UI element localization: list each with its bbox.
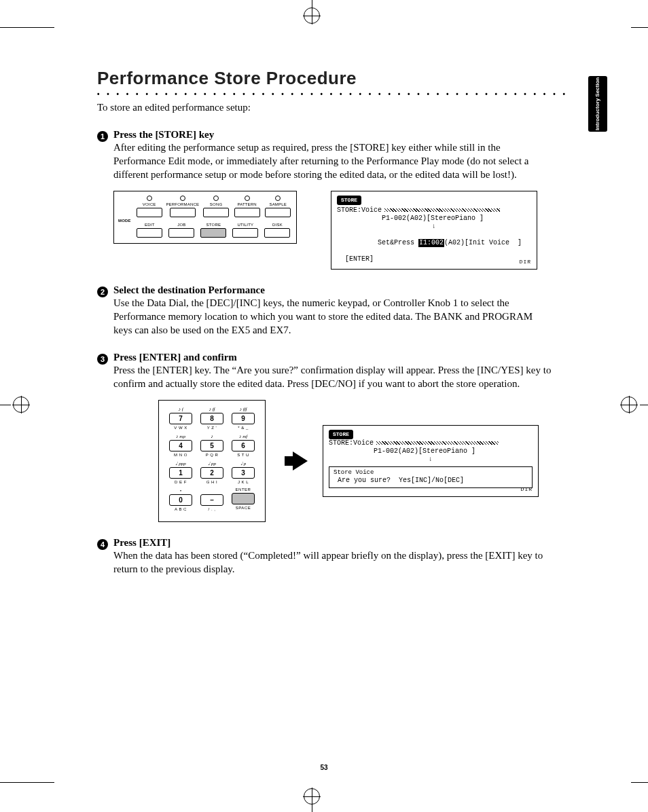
lcd-selection: I1:002 [418,239,444,247]
mode-button [170,208,196,217]
key-sublabel: SPACE [236,506,251,511]
mode-button [137,228,162,238]
step-body: When the data has been stored (“Complete… [113,549,552,576]
keypad-key: 8 [200,413,223,424]
step-number-badge: 2 [97,287,108,297]
lcd-confirm-figure: STORE STORE:Voice P1-002(A02)[StereoPian… [323,425,539,497]
led-icon [147,196,152,201]
led-icon [245,196,250,201]
key-dynamic-label: ♪ ff [209,406,215,413]
mode-button-label: SONG [210,202,222,206]
key-sublabel: J K L [238,480,249,485]
key-dynamic-label: ♪ fff [239,406,247,413]
mode-button [232,228,258,238]
section-tab: Introductory Section [588,76,607,132]
mode-panel-figure: MODE VOICE PERFORMANCE SONG PATTERN SAMP… [113,191,297,244]
led-icon [180,196,185,201]
lcd-hatch-icon [384,208,500,212]
step-title: Press [EXIT] [113,537,170,549]
key-sublabel: * & _ [238,426,249,430]
lcd-line: (A02)[Init Voice ] [444,239,522,246]
mode-button-label: STORE [206,223,221,227]
mode-button [234,208,260,217]
led-icon [275,196,281,201]
mode-button-label: PATTERN [237,202,257,206]
page-number: 53 [0,764,648,771]
keypad-key: 7 [169,413,192,424]
mode-button-label: SAMPLE [269,202,287,206]
key-sublabel: P Q R [206,453,219,458]
lcd-hatch-icon [376,441,499,445]
step-number-badge: 1 [97,131,108,142]
keypad-key: 6 [232,440,255,451]
key-dynamic-label: ♪ f [178,406,183,413]
keypad-key: 4 [169,440,192,451]
key-dynamic-label: ♪ [211,433,213,440]
key-sublabel: S T U [237,453,249,458]
key-dynamic-label: • [180,487,181,494]
keypad-key: 1 [169,467,192,479]
keypad-key: 0 [169,494,192,506]
registration-mark-icon [620,396,638,413]
key-dynamic-label: ♩ pp [208,460,216,467]
mode-button [264,228,290,238]
key-sublabel: G H I [206,480,218,485]
crop-mark [631,27,648,28]
mode-button [203,208,229,217]
key-sublabel: / . , [209,507,216,512]
lcd-store-figure: STORE STORE:Voice P1-002(A02)[StereoPian… [331,191,537,270]
lcd-line: [ENTER] [337,255,531,263]
lcd-tab: STORE [337,196,361,205]
lcd-line: STORE:Voice [329,439,374,447]
step-title: Select the destination Performance [113,284,265,296]
key-sublabel: A B C [175,507,187,512]
crop-mark [640,405,648,405]
lcd-box-title: Store Voice [334,468,528,477]
lcd-dir-label: DIR [521,485,533,494]
step-number-badge: 4 [97,539,108,550]
crop-mark [312,795,312,812]
step-body: After editing the performance setup as r… [113,141,552,181]
mode-button-label: EDIT [145,223,154,227]
crop-mark [0,405,11,405]
crop-mark [631,782,648,783]
step-title: Press [ENTER] and confirm [113,352,237,363]
mode-button-label: JOB [177,223,185,227]
mode-button-label: VOICE [143,202,156,206]
lcd-box-text: Are you sure? Yes[INC]/No[DEC] [334,477,528,485]
crop-mark [0,782,54,783]
page-title: Performance Store Procedure [97,68,566,89]
step-body: Use the Data Dial, the [DEC]/[INC] keys,… [113,296,552,337]
key-sublabel: D E F [175,480,187,485]
mode-button-label: UTILITY [238,223,254,227]
keypad-key: – [200,494,223,506]
keypad-key: 9 [232,413,255,424]
mode-button [265,208,291,217]
keypad-key: 2 [200,467,223,479]
lcd-line: P1-002(A02)[StereoPiano ] [337,215,531,223]
step-title: Press the [STORE] key [113,129,214,141]
mode-button-label: DISK [272,223,283,227]
crop-mark [312,0,312,17]
mode-label: MODE [118,219,131,223]
crop-mark [0,27,54,28]
enter-key [232,493,255,504]
key-sublabel: M N O [174,453,187,458]
step-number-badge: 3 [97,354,108,365]
registration-mark-icon [303,7,321,24]
key-dynamic-label [211,487,213,494]
lcd-line: Set&Press [378,239,418,246]
led-icon [213,196,219,201]
registration-mark-icon [303,788,321,805]
intro-text: To store an edited performance setup: [97,100,566,114]
enter-label: ENTER [236,487,251,492]
mode-button-store [200,228,226,238]
keypad-key: 5 [200,440,223,451]
key-dynamic-label: ♪ mp [176,433,185,440]
registration-mark-icon [12,396,30,413]
key-dynamic-label: ♪ mf [239,433,247,440]
keypad-figure: ♪ f7V W X ♪ ff8Y Z ' ♪ fff9* & _ ♪ mp4M … [158,400,266,522]
step-body: Press the [ENTER] key. The “Are you sure… [113,363,552,390]
title-underline-dots: • • • • • • • • • • • • • • • • • • • • … [97,90,566,98]
key-sublabel: V W X [174,426,187,430]
